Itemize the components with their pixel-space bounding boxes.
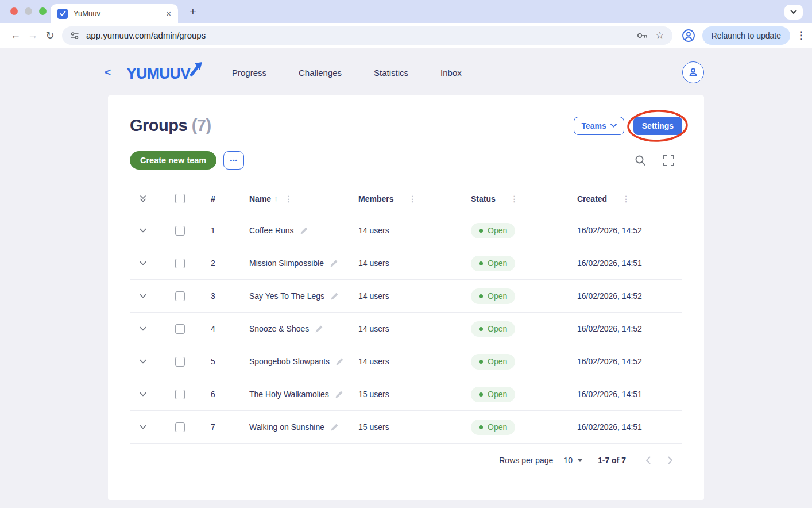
expand-all-icon[interactable] xyxy=(139,195,147,203)
person-icon xyxy=(688,67,698,78)
browser-tabstrip: YuMuuv × + xyxy=(0,0,812,23)
next-page-button[interactable] xyxy=(668,456,673,464)
new-tab-button[interactable]: + xyxy=(186,5,200,18)
row-checkbox[interactable] xyxy=(175,226,185,236)
created-date: 16/02/2026, 14:51 xyxy=(577,390,682,399)
column-menu-icon[interactable]: ⋮ xyxy=(511,194,519,203)
nav-item-inbox[interactable]: Inbox xyxy=(440,68,462,78)
nav-item-challenges[interactable]: Challenges xyxy=(299,68,342,78)
settings-button[interactable]: Settings xyxy=(633,117,682,135)
browser-toolbar: ← → ↻ app.yumuuv.com/admin/groups ☆ Rela… xyxy=(0,23,812,48)
window-zoom-button[interactable] xyxy=(39,7,47,15)
row-checkbox[interactable] xyxy=(175,324,185,334)
status-badge: Open xyxy=(471,321,515,337)
select-all-checkbox[interactable] xyxy=(175,194,185,203)
chevron-down-icon xyxy=(790,10,797,14)
table-row: 5 Spongebob Slowpants 14 users Open 16/0… xyxy=(130,345,682,378)
column-header-members[interactable]: Members ⋮ xyxy=(358,194,471,203)
edit-pencil-icon[interactable] xyxy=(335,390,343,399)
tab-close-icon[interactable]: × xyxy=(166,9,171,18)
column-menu-icon[interactable]: ⋮ xyxy=(622,194,630,203)
fullscreen-icon[interactable] xyxy=(663,155,674,166)
tab-search-button[interactable] xyxy=(784,5,803,20)
more-actions-button[interactable]: ••• xyxy=(223,151,244,170)
sort-asc-icon: ↑ xyxy=(274,194,278,203)
row-checkbox[interactable] xyxy=(175,422,185,432)
browser-menu-icon[interactable]: ⋮ xyxy=(796,29,805,41)
row-checkbox[interactable] xyxy=(175,291,185,301)
status-dot-icon xyxy=(479,229,483,233)
relaunch-to-update-button[interactable]: Relaunch to update xyxy=(702,26,790,45)
status-badge: Open xyxy=(471,256,515,271)
browser-profile-button[interactable] xyxy=(682,29,695,43)
edit-pencil-icon[interactable] xyxy=(335,357,344,366)
table-row: 2 Mission Slimpossible 14 users Open 16/… xyxy=(130,247,682,280)
create-new-team-button[interactable]: Create new team xyxy=(130,151,216,170)
tab-favicon-icon xyxy=(57,9,68,19)
reload-button[interactable]: ↻ xyxy=(41,29,59,42)
pagination-range: 1-7 of 7 xyxy=(598,456,626,465)
edit-pencil-icon[interactable] xyxy=(330,259,338,268)
window-minimize-button[interactable] xyxy=(25,7,32,15)
created-date: 16/02/2026, 14:52 xyxy=(577,291,682,301)
bookmark-star-icon[interactable]: ☆ xyxy=(655,29,664,41)
column-header-num[interactable]: # xyxy=(203,194,249,203)
column-header-status[interactable]: Status ⋮ xyxy=(471,194,577,203)
row-expand-chevron-icon[interactable] xyxy=(139,359,147,364)
table-row: 3 Say Yes To The Legs 14 users Open 16/0… xyxy=(130,280,682,313)
created-date: 16/02/2026, 14:52 xyxy=(577,357,682,366)
column-header-name[interactable]: Name ↑ ⋮ xyxy=(249,194,358,203)
group-name: Walking on Sunshine xyxy=(249,422,324,432)
column-header-created[interactable]: Created ⋮ xyxy=(577,194,682,203)
row-expand-chevron-icon[interactable] xyxy=(139,261,147,266)
row-expand-chevron-icon[interactable] xyxy=(139,228,147,233)
status-dot-icon xyxy=(479,392,483,397)
row-expand-chevron-icon[interactable] xyxy=(139,392,147,397)
group-name: Say Yes To The Legs xyxy=(249,291,324,301)
address-bar[interactable]: app.yumuuv.com/admin/groups ☆ xyxy=(62,26,672,45)
rows-per-page-select[interactable]: 10 xyxy=(563,456,583,465)
edit-pencil-icon[interactable] xyxy=(330,423,339,432)
column-menu-icon[interactable]: ⋮ xyxy=(285,194,293,203)
edit-pencil-icon[interactable] xyxy=(300,226,308,235)
created-date: 16/02/2026, 14:51 xyxy=(577,422,682,432)
status-badge: Open xyxy=(471,354,515,370)
forward-button[interactable]: → xyxy=(24,29,41,41)
site-settings-icon[interactable] xyxy=(70,31,79,40)
members-count: 14 users xyxy=(358,259,471,268)
browser-tab[interactable]: YuMuuv × xyxy=(51,4,178,23)
edit-pencil-icon[interactable] xyxy=(315,325,323,333)
table-row: 6 The Holy Walkamolies 15 users Open 16/… xyxy=(130,378,682,411)
status-badge: Open xyxy=(471,387,515,402)
row-checkbox[interactable] xyxy=(175,259,185,268)
row-checkbox[interactable] xyxy=(175,357,185,367)
nav-item-statistics[interactable]: Statistics xyxy=(374,68,408,78)
row-expand-chevron-icon[interactable] xyxy=(139,326,147,332)
row-expand-chevron-icon[interactable] xyxy=(139,294,147,299)
row-number: 7 xyxy=(203,422,249,432)
created-date: 16/02/2026, 14:52 xyxy=(577,324,682,333)
status-dot-icon xyxy=(479,360,483,364)
created-date: 16/02/2026, 14:52 xyxy=(577,226,682,235)
window-close-button[interactable] xyxy=(10,7,18,15)
password-key-icon[interactable] xyxy=(637,32,648,40)
column-menu-icon[interactable]: ⋮ xyxy=(408,194,416,203)
url-text[interactable]: app.yumuuv.com/admin/groups xyxy=(86,30,206,40)
main-nav: Progress Challenges Statistics Inbox xyxy=(232,68,462,78)
search-icon[interactable] xyxy=(635,155,646,166)
nav-item-progress[interactable]: Progress xyxy=(232,68,266,78)
window-controls xyxy=(10,7,47,15)
page-title: Groups (7) xyxy=(130,116,211,135)
tab-title: YuMuuv xyxy=(74,9,160,18)
back-button[interactable]: ← xyxy=(7,29,24,41)
yumuuv-logo: YUMUUV xyxy=(126,61,208,84)
row-expand-chevron-icon[interactable] xyxy=(139,425,147,430)
prev-page-button[interactable] xyxy=(645,456,651,464)
teams-dropdown-button[interactable]: Teams xyxy=(574,117,624,135)
chevron-left-icon xyxy=(645,456,651,464)
user-avatar-button[interactable] xyxy=(682,61,704,83)
collapse-sidebar-button[interactable]: < xyxy=(105,66,117,79)
chevron-down-icon xyxy=(610,124,617,128)
row-checkbox[interactable] xyxy=(175,390,185,399)
edit-pencil-icon[interactable] xyxy=(330,292,339,301)
